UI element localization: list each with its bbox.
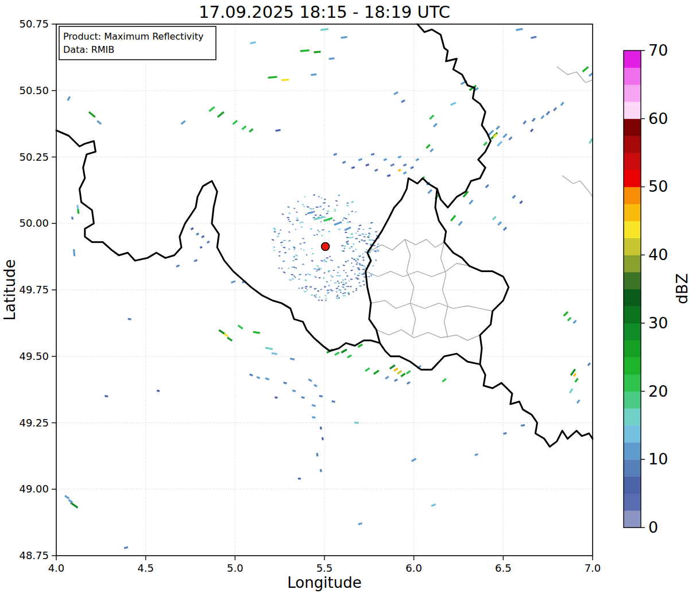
- national-borders: [56, 24, 593, 447]
- clutter-dot: [296, 218, 298, 219]
- annotation-data-source: Data: RMIB: [63, 44, 114, 55]
- radar-echo: [407, 382, 410, 384]
- clutter-dot: [274, 250, 275, 251]
- clutter-dot: [319, 215, 322, 216]
- clutter-dot: [355, 249, 357, 250]
- colorbar-segment: [624, 323, 641, 340]
- clutter-dot: [280, 229, 281, 231]
- radar-echo: [428, 190, 432, 193]
- clutter-dot: [363, 240, 366, 241]
- clutter-dot: [358, 235, 361, 236]
- radar-echo: [342, 162, 345, 164]
- radar-echo: [202, 236, 204, 238]
- radar-echo: [509, 137, 512, 140]
- clutter-dot: [362, 253, 363, 254]
- clutter-dot: [336, 291, 338, 292]
- radar-echo: [290, 359, 295, 359]
- clutter-dot: [337, 281, 339, 282]
- clutter-dot: [349, 237, 351, 238]
- clutter-dot: [359, 225, 362, 226]
- clutter-dot: [312, 217, 315, 219]
- clutter-dot: [301, 287, 303, 289]
- radar-echo: [358, 344, 362, 347]
- clutter-dot: [326, 281, 328, 283]
- clutter-dot: [293, 266, 295, 268]
- clutter-dot: [362, 259, 364, 261]
- colorbar-tick-label: 30: [648, 314, 668, 332]
- clutter-dot: [312, 208, 314, 209]
- clutter-dot: [353, 243, 354, 245]
- clutter-dot: [330, 275, 332, 276]
- clutter-dot: [316, 207, 319, 208]
- radar-echo: [430, 149, 433, 152]
- clutter-dot: [321, 197, 322, 199]
- clutter-dot: [344, 248, 346, 249]
- clutter-dot: [310, 208, 312, 210]
- x-tick-label: 6.5: [495, 562, 512, 574]
- radar-echo: [265, 378, 269, 379]
- clutter-dot: [282, 214, 284, 215]
- clutter-dot: [362, 257, 365, 258]
- radar-echo: [317, 453, 318, 456]
- colorbar-tick-label: 50: [648, 177, 668, 195]
- clutter-dot: [317, 230, 319, 231]
- clutter-dot: [321, 235, 323, 237]
- radar-echo: [496, 126, 500, 130]
- clutter-dot: [355, 211, 357, 212]
- clutter-dot: [322, 229, 324, 230]
- clutter-dot: [341, 245, 343, 247]
- clutter-dot: [377, 250, 379, 251]
- radar-echo: [281, 80, 289, 80]
- clutter-dot: [281, 268, 283, 269]
- clutter-dot: [279, 255, 280, 257]
- radar-echo: [390, 365, 395, 369]
- clutter-dot: [283, 247, 286, 249]
- radar-echo: [308, 379, 312, 382]
- y-tick-label: 48.75: [19, 549, 49, 561]
- clutter-dot: [327, 210, 330, 211]
- regional-borders: [366, 67, 593, 340]
- clutter-dot: [338, 289, 341, 291]
- radar-echo: [227, 338, 232, 341]
- clutter-dot: [349, 221, 351, 222]
- radar-echo: [284, 382, 287, 383]
- radar-echo: [218, 112, 224, 117]
- clutter-dot: [365, 243, 368, 245]
- clutter-dot: [333, 220, 335, 221]
- clutter-dot: [340, 292, 342, 293]
- clutter-dot: [288, 249, 290, 250]
- radar-echo: [329, 59, 335, 59]
- clutter-dot: [346, 243, 348, 244]
- clutter-dot: [359, 263, 361, 265]
- clutter-dot: [358, 228, 360, 230]
- radar-echo: [78, 209, 79, 214]
- clutter-dot: [337, 272, 339, 273]
- radar-echo: [312, 405, 316, 406]
- clutter-dot: [302, 204, 304, 206]
- clutter-dot: [315, 214, 317, 216]
- clutter-dot: [314, 295, 316, 297]
- radar-echo: [443, 379, 446, 382]
- clutter-dot: [353, 259, 355, 260]
- clutter-dot: [299, 288, 300, 289]
- radar-echo: [589, 73, 593, 76]
- clutter-dot: [365, 234, 367, 235]
- clutter-dot: [318, 269, 320, 270]
- clutter-dot: [313, 194, 315, 196]
- clutter-dot: [313, 234, 315, 236]
- x-axis-label: Longitude: [287, 574, 361, 591]
- clutter-dot: [318, 300, 320, 301]
- radar-echo: [196, 234, 199, 235]
- clutter-dot: [363, 236, 366, 238]
- clutter-dot: [362, 281, 365, 282]
- clutter-dot: [327, 290, 329, 291]
- radar-echo: [320, 29, 328, 30]
- clutter-dot: [293, 257, 295, 258]
- clutter-dot: [363, 265, 365, 266]
- radar-echo: [274, 397, 277, 398]
- clutter-dot: [291, 274, 293, 275]
- radar-echo: [574, 374, 575, 377]
- clutter-dot: [315, 296, 316, 297]
- clutter-dot: [359, 285, 362, 286]
- radar-echo: [451, 103, 456, 105]
